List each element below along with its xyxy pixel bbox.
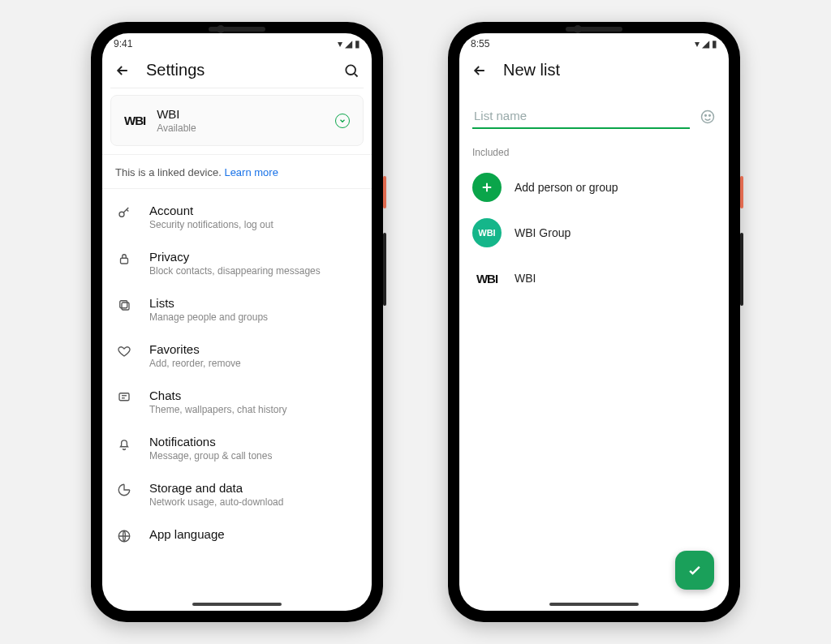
settings-item-key[interactable]: Account Security notifications, log out [102,194,372,240]
svg-point-9 [709,114,711,116]
settings-item-chat[interactable]: Chats Theme, wallpapers, chat history [102,379,372,425]
search-icon[interactable] [342,62,360,79]
phone-right: 8:55 ▾ ◢ ▮ New list Included Add per [448,22,740,622]
settings-item-sub: Theme, wallpapers, chat history [149,404,286,415]
chevron-down-icon[interactable] [335,114,350,128]
linked-device-note: This is a linked device. Learn more [102,154,372,189]
settings-item-title: Storage and data [149,481,283,495]
confirm-fab[interactable] [675,551,714,590]
included-item-label: WBI [515,272,536,285]
svg-rect-4 [122,303,129,310]
settings-item-sub: Add, reorder, remove [149,358,241,369]
group-avatar: WBI [472,218,502,247]
app-bar: Settings [102,54,372,88]
settings-item-title: Account [149,204,273,217]
settings-item-sub: Block contacts, disappearing messages [149,265,321,277]
settings-item-heart[interactable]: Favorites Add, reorder, remove [102,333,372,379]
settings-item-title: Lists [149,296,268,310]
svg-point-0 [346,65,355,75]
storage-icon [117,483,133,497]
svg-rect-3 [120,301,127,308]
svg-rect-2 [121,258,128,264]
page-title: Settings [146,61,328,79]
settings-item-title: Chats [149,389,286,402]
app-bar: New list [459,54,729,88]
nav-pill[interactable] [549,603,639,606]
settings-item-title: Privacy [149,250,321,264]
profile-status: Available [157,122,324,134]
lists-icon [117,298,133,312]
learn-more-link[interactable]: Learn more [224,166,278,178]
page-title: New list [503,61,717,79]
back-icon[interactable] [471,62,489,79]
heart-icon [117,344,133,358]
settings-item-bell[interactable]: Notifications Message, group & call tone… [102,425,372,471]
emoji-icon[interactable] [700,109,716,125]
svg-point-7 [702,110,714,122]
settings-list: Account Security notifications, log out … [102,189,372,611]
list-name-input[interactable] [472,104,690,129]
phone-left: 9:41 ▾ ◢ ▮ Settings WBI WBI Available [91,22,383,622]
settings-item-sub: Manage people and groups [149,311,268,323]
included-item-label: WBI Group [515,226,571,239]
chat-icon [117,390,133,405]
profile-name: WBI [157,107,324,121]
included-label: Included [459,134,729,165]
settings-item-lock[interactable]: Privacy Block contacts, disappearing mes… [102,240,372,286]
lock-icon [117,251,133,266]
settings-item-storage[interactable]: Storage and data Network usage, auto-dow… [102,471,372,517]
battery-icon: ▮ [355,39,360,49]
wifi-icon: ▾ [338,39,342,49]
included-item[interactable]: WBIWBI [459,255,729,301]
settings-item-title: Favorites [149,342,241,356]
clock: 9:41 [114,38,132,49]
back-icon[interactable] [114,62,131,79]
bell-icon [117,436,133,451]
nav-pill[interactable] [192,603,282,606]
contact-avatar: WBI [472,264,502,293]
key-icon [117,205,133,220]
included-item[interactable]: WBIWBI Group [459,210,729,255]
settings-item-title: App language [149,527,225,541]
profile-card[interactable]: WBI WBI Available [110,95,364,146]
settings-item-globe[interactable]: App language [102,517,372,553]
wifi-icon: ▾ [695,39,700,49]
status-bar: 9:41 ▾ ◢ ▮ [102,33,372,54]
svg-point-8 [705,114,707,116]
add-person-row[interactable]: Add person or group [459,165,729,210]
battery-icon: ▮ [712,39,717,49]
svg-point-1 [119,212,124,217]
clock: 8:55 [471,38,489,49]
settings-item-lists[interactable]: Lists Manage people and groups [102,286,372,333]
svg-rect-5 [119,393,129,401]
settings-item-sub: Security notifications, log out [149,219,273,230]
settings-item-sub: Network usage, auto-download [149,496,283,508]
settings-item-title: Notifications [149,435,272,449]
status-bar: 8:55 ▾ ◢ ▮ [459,33,729,54]
signal-icon: ◢ [702,39,709,49]
profile-avatar: WBI [124,114,145,127]
signal-icon: ◢ [345,39,352,49]
settings-item-sub: Message, group & call tones [149,450,272,462]
plus-icon [472,173,502,202]
globe-icon [117,529,133,543]
